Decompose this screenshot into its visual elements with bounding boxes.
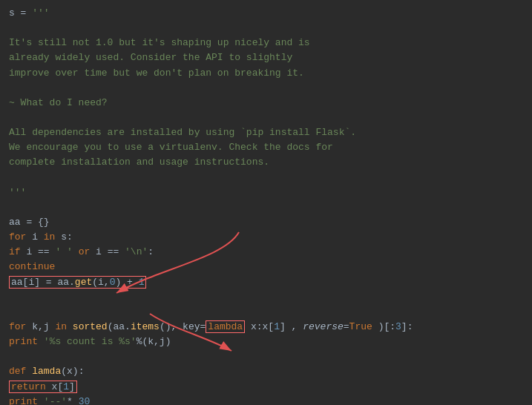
code-line: improve over time but we don't plan on b…	[9, 66, 523, 81]
highlighted-line-1: aa[i] = aa.get(i,0) + 1	[9, 276, 146, 289]
code-line: def lamda(x):	[9, 364, 523, 379]
code-line: '''	[9, 185, 523, 200]
code-line: for k,j in sorted(aa.items(), key=lambda…	[9, 320, 523, 335]
code-line	[9, 290, 523, 305]
code-line: print '%s count is %s'%(k,j)	[9, 335, 523, 349]
code-line: continue	[9, 260, 523, 274]
var-s: s	[9, 7, 15, 19]
highlighted-lambda-keyword: lambda	[206, 320, 245, 333]
code-line: complete installation and usage instruct…	[9, 155, 523, 170]
code-line: aa[i] = aa.get(i,0) + 1	[9, 275, 523, 290]
code-line: return x[1]	[9, 380, 523, 395]
code-line	[9, 111, 523, 125]
code-line: s = '''	[9, 6, 523, 21]
code-line: already widely used. Consider the API to…	[9, 50, 523, 65]
code-line	[9, 200, 523, 215]
code-line: print '--'* 30	[9, 395, 523, 405]
code-line: aa = {}	[9, 215, 523, 230]
highlighted-line-2: return x[1]	[9, 381, 77, 393]
code-line	[9, 81, 523, 96]
code-line: All dependencies are installed by using …	[9, 125, 523, 140]
code-line: We encourage you to use a virtualenv. Ch…	[9, 140, 523, 155]
code-line: if i == ' ' or i == '\n':	[9, 245, 523, 260]
code-editor: s = ''' It's still not 1.0 but it's shap…	[9, 6, 523, 405]
code-line	[9, 171, 523, 185]
code-line	[9, 305, 523, 320]
code-line	[9, 21, 523, 36]
code-line: for i in s:	[9, 230, 523, 245]
code-line: It's still not 1.0 but it's shaping up n…	[9, 36, 523, 50]
code-line: ~ What do I need?	[9, 96, 523, 111]
code-line	[9, 349, 523, 364]
